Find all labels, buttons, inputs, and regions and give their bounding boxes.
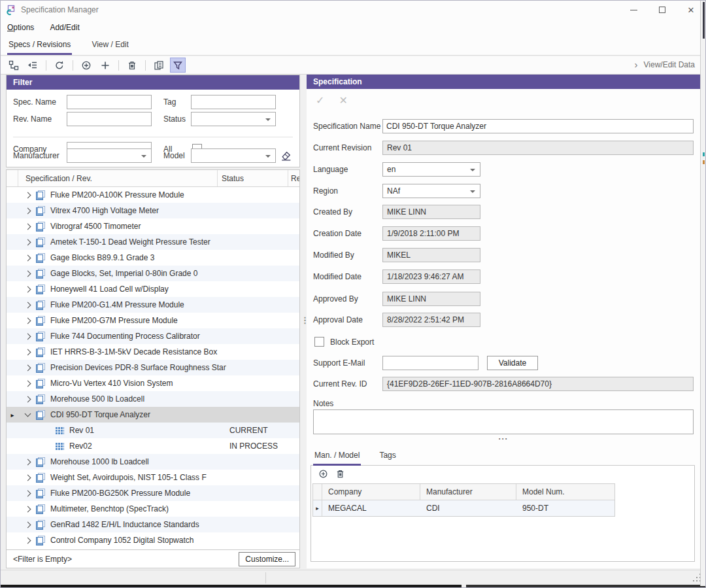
maximize-button[interactable]	[648, 1, 677, 19]
hierarchy-view-icon[interactable]	[6, 58, 22, 73]
table-row[interactable]: Precision Devices PDR-8 Surface Roughnes…	[7, 360, 299, 375]
add-icon[interactable]	[97, 58, 113, 73]
tab-specs-revisions[interactable]: Specs / Revisions	[7, 36, 72, 55]
chevron-down-icon[interactable]	[25, 411, 31, 417]
chevron-right-icon[interactable]	[25, 349, 31, 355]
table-row[interactable]: Fluke 744 Documenting Process Calibrator	[7, 328, 299, 344]
spec-name-input[interactable]	[382, 119, 694, 133]
table-row-revision[interactable]: Rev 01CURRENT	[7, 423, 299, 438]
column-status[interactable]: Status	[217, 170, 288, 186]
table-row[interactable]: Weight Set, Avoirdupois, NIST 105-1 Clas…	[7, 470, 299, 485]
chevron-right-icon[interactable]	[25, 207, 31, 214]
delete-icon[interactable]	[124, 58, 140, 73]
table-row[interactable]: Vibrograf 4500 Timometer	[7, 218, 299, 234]
menu-add-edit[interactable]: Add/Edit	[50, 23, 79, 32]
table-row[interactable]: Morehouse 1000 lb Loadcell	[7, 454, 299, 470]
support-email-input[interactable]	[382, 356, 479, 370]
manufacturer-filter-dropdown[interactable]	[67, 148, 152, 163]
chevron-right-icon[interactable]	[25, 317, 31, 324]
approved-by-label: Approved By	[313, 292, 358, 306]
clear-filter-eraser-icon[interactable]	[280, 149, 292, 162]
column-model-num[interactable]: Model Num.	[516, 484, 614, 500]
chevron-right-icon[interactable]	[25, 506, 31, 512]
table-row[interactable]: Control Company 1052 Digital Stopwatch	[7, 532, 299, 548]
spec-doc-icon	[35, 489, 45, 498]
language-dropdown[interactable]: en	[382, 162, 480, 177]
chevron-right-icon[interactable]	[25, 223, 31, 230]
chevron-right-icon[interactable]	[25, 458, 31, 465]
copy-data-icon[interactable]	[151, 58, 167, 73]
screen-edge-strip	[700, 1, 705, 586]
block-export-checkbox[interactable]	[314, 337, 324, 347]
rev-name-filter-input[interactable]	[67, 112, 152, 126]
column-specification-rev[interactable]: Specification / Rev.	[18, 170, 217, 186]
spec-table-header: Specification / Rev. Status Rec	[7, 170, 299, 187]
chevron-right-icon[interactable]	[25, 192, 31, 198]
tag-filter-input[interactable]	[191, 95, 276, 109]
table-row-selected[interactable]: ▸CDI 950-DT Torque Analyzer	[7, 407, 299, 423]
confirm-check-icon[interactable]: ✓	[316, 94, 324, 107]
table-row[interactable]: Multimeter, Benchtop (SpecTrack)	[7, 501, 299, 517]
menu-options[interactable]: Options	[7, 23, 34, 32]
table-row[interactable]: IET HRRS-B-3-1M-5kV Decade Resistance Bo…	[7, 344, 299, 360]
table-row[interactable]: Gage Blocks, Set, Imperial 0-80in Grade …	[7, 266, 299, 281]
add-circle-icon[interactable]	[78, 58, 94, 73]
man-model-row[interactable]: ▸ MEGACAL CDI 950-DT	[313, 500, 614, 516]
customize-button[interactable]: Customize...	[239, 552, 295, 566]
filter-icon[interactable]	[170, 58, 186, 73]
chevron-right-icon[interactable]	[25, 270, 31, 277]
table-row[interactable]: Fluke PM200-BG250K Pressure Module	[7, 485, 299, 501]
table-row-revision[interactable]: Rev02IN PROCESS	[7, 438, 299, 454]
column-manufacturer[interactable]: Manufacturer	[420, 484, 516, 500]
add-man-model-icon[interactable]	[318, 469, 328, 481]
table-row[interactable]: Ametek T-150-1 Dead Weight Pressure Test…	[7, 234, 299, 250]
edge-window-fragment	[703, 152, 705, 156]
chevron-right-icon[interactable]	[25, 333, 31, 339]
spec-doc-icon	[35, 504, 45, 514]
chevron-right-icon[interactable]	[25, 521, 31, 528]
chevron-right-icon[interactable]	[25, 537, 31, 544]
minimize-button[interactable]	[619, 1, 648, 19]
filter-status-bar: <Filter is Empty> Customize...	[7, 549, 299, 568]
collapse-list-icon[interactable]	[25, 58, 41, 73]
table-row[interactable]: Micro-Vu Vertex 410 Vision System	[7, 375, 299, 391]
refresh-icon[interactable]	[52, 58, 67, 73]
view-edit-data-link[interactable]: › View/Edit Data	[635, 60, 696, 69]
chevron-right-icon[interactable]	[25, 239, 31, 245]
chevron-right-icon[interactable]	[25, 380, 31, 387]
toolbar	[1, 56, 705, 75]
table-row[interactable]: Vitrex 4700 High Voltage Meter	[7, 203, 299, 218]
spec-name-filter-input[interactable]	[67, 95, 152, 109]
notes-textarea[interactable]	[313, 409, 694, 434]
chevron-right-icon[interactable]	[25, 302, 31, 308]
chevron-right-icon[interactable]	[25, 474, 31, 481]
table-row[interactable]: Gage Blocks B89.9.1 Grade 3	[7, 250, 299, 266]
tab-man-model[interactable]: Man. / Model	[313, 446, 361, 466]
model-filter-dropdown[interactable]	[191, 148, 276, 163]
chevron-right-icon[interactable]	[25, 364, 31, 371]
table-row[interactable]: Fluke PM200-G1.4M Pressure Module	[7, 297, 299, 313]
table-row[interactable]: Morehouse 500 lb Loadcell	[7, 391, 299, 407]
tab-view-edit[interactable]: View / Edit	[90, 36, 129, 55]
table-row[interactable]: Fluke PM200-G7M Pressure Module	[7, 313, 299, 328]
minimize-icon	[630, 10, 637, 10]
table-row[interactable]: GenRad 1482 E/H/L Inductance Standards	[7, 517, 299, 532]
region-dropdown[interactable]: NAf	[382, 184, 480, 198]
chevron-right-icon[interactable]	[25, 490, 31, 496]
status-filter-dropdown[interactable]	[191, 112, 276, 126]
table-row[interactable]: Fluke PM200-A100K Pressure Module	[7, 187, 299, 203]
delete-man-model-icon[interactable]	[335, 469, 345, 481]
validate-button[interactable]: Validate	[487, 356, 538, 370]
chevron-right-icon[interactable]	[25, 254, 31, 261]
spec-doc-icon	[35, 285, 45, 294]
spec-doc-icon	[35, 473, 45, 483]
cancel-x-icon[interactable]: ✕	[339, 94, 347, 107]
region-label: Region	[313, 184, 338, 198]
tab-tags[interactable]: Tags	[378, 446, 397, 466]
column-rec[interactable]: Rec	[288, 170, 299, 186]
chevron-right-icon[interactable]	[25, 396, 31, 402]
column-company[interactable]: Company	[322, 484, 420, 500]
table-row[interactable]: Honeywell 41 Load Cell w/Display	[7, 281, 299, 297]
chevron-right-icon[interactable]	[25, 286, 31, 292]
notes-splitter-handle[interactable]: ···	[307, 434, 700, 443]
